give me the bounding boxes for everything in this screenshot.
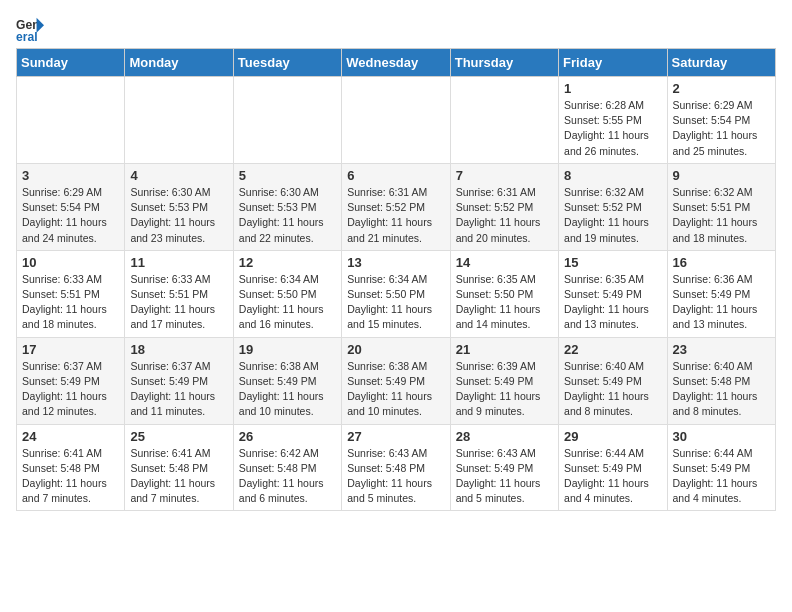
calendar-cell: 26Sunrise: 6:42 AM Sunset: 5:48 PM Dayli… xyxy=(233,424,341,511)
day-number: 28 xyxy=(456,429,553,444)
day-number: 13 xyxy=(347,255,444,270)
day-info: Sunrise: 6:28 AM Sunset: 5:55 PM Dayligh… xyxy=(564,98,661,159)
calendar-cell: 30Sunrise: 6:44 AM Sunset: 5:49 PM Dayli… xyxy=(667,424,775,511)
day-number: 17 xyxy=(22,342,119,357)
day-header-wednesday: Wednesday xyxy=(342,49,450,77)
calendar-cell xyxy=(450,77,558,164)
calendar-cell xyxy=(17,77,125,164)
day-number: 23 xyxy=(673,342,770,357)
day-info: Sunrise: 6:31 AM Sunset: 5:52 PM Dayligh… xyxy=(456,185,553,246)
day-info: Sunrise: 6:36 AM Sunset: 5:49 PM Dayligh… xyxy=(673,272,770,333)
calendar-cell xyxy=(125,77,233,164)
calendar-week-row: 24Sunrise: 6:41 AM Sunset: 5:48 PM Dayli… xyxy=(17,424,776,511)
calendar-cell: 20Sunrise: 6:38 AM Sunset: 5:49 PM Dayli… xyxy=(342,337,450,424)
day-header-monday: Monday xyxy=(125,49,233,77)
calendar-cell: 6Sunrise: 6:31 AM Sunset: 5:52 PM Daylig… xyxy=(342,163,450,250)
day-number: 19 xyxy=(239,342,336,357)
day-header-tuesday: Tuesday xyxy=(233,49,341,77)
calendar-cell: 11Sunrise: 6:33 AM Sunset: 5:51 PM Dayli… xyxy=(125,250,233,337)
svg-marker-2 xyxy=(37,18,44,33)
day-number: 12 xyxy=(239,255,336,270)
day-number: 11 xyxy=(130,255,227,270)
day-number: 6 xyxy=(347,168,444,183)
day-info: Sunrise: 6:34 AM Sunset: 5:50 PM Dayligh… xyxy=(347,272,444,333)
day-number: 5 xyxy=(239,168,336,183)
calendar-cell xyxy=(342,77,450,164)
day-number: 25 xyxy=(130,429,227,444)
calendar-header-row: SundayMondayTuesdayWednesdayThursdayFrid… xyxy=(17,49,776,77)
calendar-cell: 28Sunrise: 6:43 AM Sunset: 5:49 PM Dayli… xyxy=(450,424,558,511)
day-info: Sunrise: 6:34 AM Sunset: 5:50 PM Dayligh… xyxy=(239,272,336,333)
calendar-cell: 18Sunrise: 6:37 AM Sunset: 5:49 PM Dayli… xyxy=(125,337,233,424)
calendar-cell: 22Sunrise: 6:40 AM Sunset: 5:49 PM Dayli… xyxy=(559,337,667,424)
logo: Gen eral xyxy=(16,16,48,44)
day-info: Sunrise: 6:30 AM Sunset: 5:53 PM Dayligh… xyxy=(239,185,336,246)
calendar-cell: 13Sunrise: 6:34 AM Sunset: 5:50 PM Dayli… xyxy=(342,250,450,337)
day-info: Sunrise: 6:32 AM Sunset: 5:52 PM Dayligh… xyxy=(564,185,661,246)
calendar-cell: 10Sunrise: 6:33 AM Sunset: 5:51 PM Dayli… xyxy=(17,250,125,337)
calendar-cell: 12Sunrise: 6:34 AM Sunset: 5:50 PM Dayli… xyxy=(233,250,341,337)
day-number: 20 xyxy=(347,342,444,357)
day-info: Sunrise: 6:41 AM Sunset: 5:48 PM Dayligh… xyxy=(130,446,227,507)
day-number: 8 xyxy=(564,168,661,183)
day-info: Sunrise: 6:44 AM Sunset: 5:49 PM Dayligh… xyxy=(673,446,770,507)
day-number: 10 xyxy=(22,255,119,270)
day-number: 15 xyxy=(564,255,661,270)
calendar-cell: 24Sunrise: 6:41 AM Sunset: 5:48 PM Dayli… xyxy=(17,424,125,511)
day-info: Sunrise: 6:30 AM Sunset: 5:53 PM Dayligh… xyxy=(130,185,227,246)
day-header-saturday: Saturday xyxy=(667,49,775,77)
day-info: Sunrise: 6:35 AM Sunset: 5:50 PM Dayligh… xyxy=(456,272,553,333)
day-info: Sunrise: 6:33 AM Sunset: 5:51 PM Dayligh… xyxy=(22,272,119,333)
calendar-cell: 23Sunrise: 6:40 AM Sunset: 5:48 PM Dayli… xyxy=(667,337,775,424)
calendar-week-row: 1Sunrise: 6:28 AM Sunset: 5:55 PM Daylig… xyxy=(17,77,776,164)
day-number: 26 xyxy=(239,429,336,444)
day-number: 21 xyxy=(456,342,553,357)
day-info: Sunrise: 6:40 AM Sunset: 5:48 PM Dayligh… xyxy=(673,359,770,420)
calendar-table: SundayMondayTuesdayWednesdayThursdayFrid… xyxy=(16,48,776,511)
day-info: Sunrise: 6:38 AM Sunset: 5:49 PM Dayligh… xyxy=(347,359,444,420)
day-info: Sunrise: 6:29 AM Sunset: 5:54 PM Dayligh… xyxy=(673,98,770,159)
calendar-week-row: 10Sunrise: 6:33 AM Sunset: 5:51 PM Dayli… xyxy=(17,250,776,337)
calendar-cell: 5Sunrise: 6:30 AM Sunset: 5:53 PM Daylig… xyxy=(233,163,341,250)
day-info: Sunrise: 6:38 AM Sunset: 5:49 PM Dayligh… xyxy=(239,359,336,420)
calendar-cell: 21Sunrise: 6:39 AM Sunset: 5:49 PM Dayli… xyxy=(450,337,558,424)
logo-icon: Gen eral xyxy=(16,16,44,44)
day-info: Sunrise: 6:42 AM Sunset: 5:48 PM Dayligh… xyxy=(239,446,336,507)
day-info: Sunrise: 6:40 AM Sunset: 5:49 PM Dayligh… xyxy=(564,359,661,420)
day-header-friday: Friday xyxy=(559,49,667,77)
day-info: Sunrise: 6:43 AM Sunset: 5:48 PM Dayligh… xyxy=(347,446,444,507)
calendar-cell: 9Sunrise: 6:32 AM Sunset: 5:51 PM Daylig… xyxy=(667,163,775,250)
day-number: 27 xyxy=(347,429,444,444)
day-number: 18 xyxy=(130,342,227,357)
day-number: 9 xyxy=(673,168,770,183)
day-number: 24 xyxy=(22,429,119,444)
day-info: Sunrise: 6:44 AM Sunset: 5:49 PM Dayligh… xyxy=(564,446,661,507)
calendar-week-row: 3Sunrise: 6:29 AM Sunset: 5:54 PM Daylig… xyxy=(17,163,776,250)
calendar-cell: 25Sunrise: 6:41 AM Sunset: 5:48 PM Dayli… xyxy=(125,424,233,511)
calendar-cell: 1Sunrise: 6:28 AM Sunset: 5:55 PM Daylig… xyxy=(559,77,667,164)
calendar-cell: 2Sunrise: 6:29 AM Sunset: 5:54 PM Daylig… xyxy=(667,77,775,164)
day-info: Sunrise: 6:37 AM Sunset: 5:49 PM Dayligh… xyxy=(22,359,119,420)
day-number: 16 xyxy=(673,255,770,270)
day-info: Sunrise: 6:41 AM Sunset: 5:48 PM Dayligh… xyxy=(22,446,119,507)
day-info: Sunrise: 6:35 AM Sunset: 5:49 PM Dayligh… xyxy=(564,272,661,333)
day-info: Sunrise: 6:32 AM Sunset: 5:51 PM Dayligh… xyxy=(673,185,770,246)
day-number: 14 xyxy=(456,255,553,270)
svg-text:eral: eral xyxy=(16,30,38,44)
calendar-cell: 7Sunrise: 6:31 AM Sunset: 5:52 PM Daylig… xyxy=(450,163,558,250)
calendar-cell: 17Sunrise: 6:37 AM Sunset: 5:49 PM Dayli… xyxy=(17,337,125,424)
day-header-thursday: Thursday xyxy=(450,49,558,77)
day-info: Sunrise: 6:39 AM Sunset: 5:49 PM Dayligh… xyxy=(456,359,553,420)
day-number: 22 xyxy=(564,342,661,357)
day-info: Sunrise: 6:37 AM Sunset: 5:49 PM Dayligh… xyxy=(130,359,227,420)
day-number: 30 xyxy=(673,429,770,444)
header: Gen eral xyxy=(16,16,776,44)
calendar-cell: 14Sunrise: 6:35 AM Sunset: 5:50 PM Dayli… xyxy=(450,250,558,337)
calendar-cell: 29Sunrise: 6:44 AM Sunset: 5:49 PM Dayli… xyxy=(559,424,667,511)
day-number: 1 xyxy=(564,81,661,96)
calendar-cell: 8Sunrise: 6:32 AM Sunset: 5:52 PM Daylig… xyxy=(559,163,667,250)
day-info: Sunrise: 6:43 AM Sunset: 5:49 PM Dayligh… xyxy=(456,446,553,507)
calendar-cell: 27Sunrise: 6:43 AM Sunset: 5:48 PM Dayli… xyxy=(342,424,450,511)
day-number: 29 xyxy=(564,429,661,444)
calendar-week-row: 17Sunrise: 6:37 AM Sunset: 5:49 PM Dayli… xyxy=(17,337,776,424)
